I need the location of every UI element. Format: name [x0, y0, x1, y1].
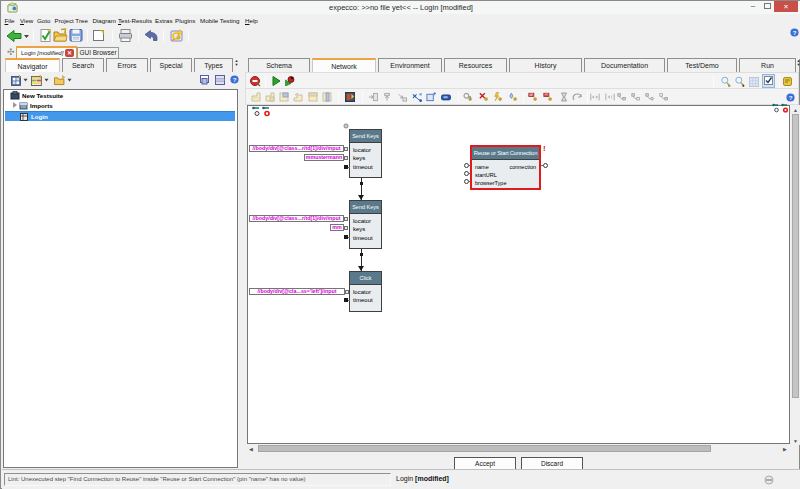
svg-text:?: ?	[233, 76, 237, 83]
svg-text:?: ?	[793, 29, 797, 36]
svg-text:?: ?	[789, 94, 793, 101]
